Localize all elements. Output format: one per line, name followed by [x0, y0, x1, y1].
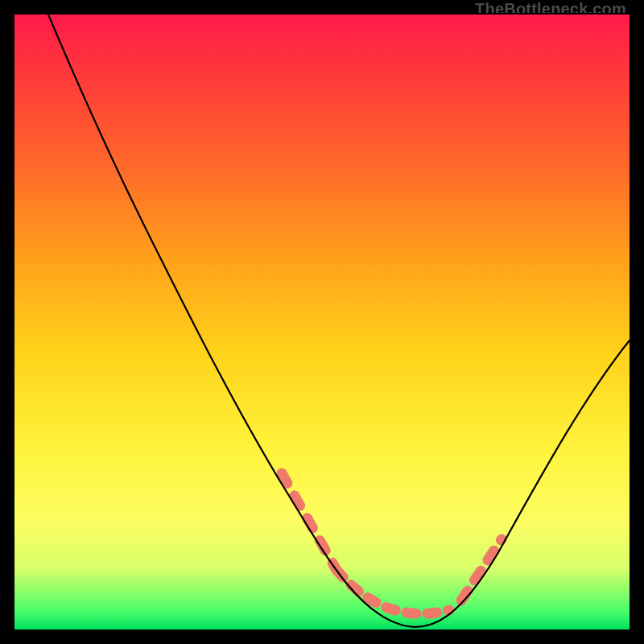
main-curve: [48, 14, 633, 627]
highlight-trough: [336, 570, 449, 613]
chart-svg: [14, 14, 633, 633]
highlight-left: [282, 473, 336, 570]
highlight-segments: [282, 473, 502, 613]
highlight-right: [461, 539, 502, 601]
chart-area: [13, 13, 631, 631]
